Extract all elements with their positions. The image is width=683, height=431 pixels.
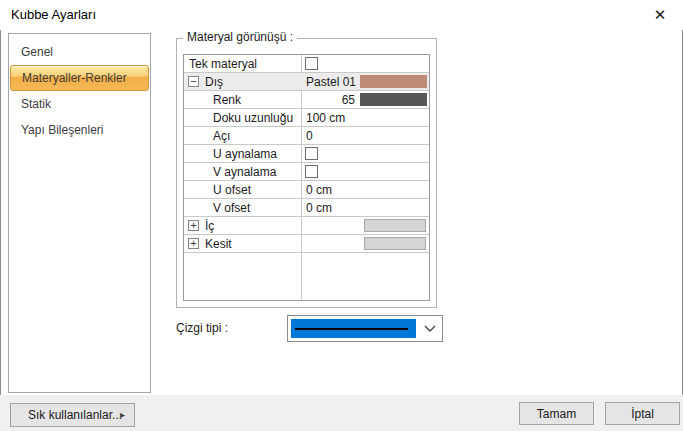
dome-settings-dialog: { "window": { "title": "Kubbe Ayarları" … — [0, 0, 683, 431]
sidebar-item-genel[interactable]: Genel — [9, 39, 150, 65]
row-label: İç — [205, 219, 214, 233]
material-name: Pastel 01 — [306, 75, 356, 89]
row-label: Açı — [213, 129, 230, 143]
u-aynalama-checkbox[interactable] — [305, 147, 318, 160]
row-ic[interactable]: + İç — [184, 217, 429, 235]
line-type-label: Çizgi tipi : — [176, 321, 228, 335]
row-doku-uzunlugu: Doku uzunluğu 100 cm — [184, 109, 429, 127]
row-u-aynalama: U aynalama — [184, 145, 429, 163]
window-title: Kubbe Ayarları — [11, 7, 96, 22]
sidebar-item-label: Yapı Bileşenleri — [21, 123, 104, 137]
row-dis[interactable]: − Dış Pastel 01 — [184, 73, 429, 91]
sidebar-item-yapi-bilesenleri[interactable]: Yapı Bileşenleri — [9, 117, 150, 143]
row-label: U aynalama — [213, 147, 277, 161]
color-swatch[interactable] — [360, 93, 427, 106]
favorites-button[interactable]: Sık kullanılanlar... ▸ — [10, 403, 135, 427]
color-swatch[interactable] — [364, 237, 426, 250]
minus-icon: − — [190, 77, 196, 86]
sidebar-item-label: Genel — [21, 45, 53, 59]
sidebar-item-label: Statik — [21, 97, 51, 111]
plus-icon: + — [190, 221, 196, 230]
row-aci: Açı 0 — [184, 127, 429, 145]
settings-nav-sidebar: Genel Materyaller-Renkler Statik Yapı Bi… — [8, 33, 151, 393]
row-tek-materyal: Tek materyal — [184, 55, 429, 73]
expand-button[interactable]: + — [188, 220, 199, 231]
plus-icon: + — [190, 239, 196, 248]
color-swatch[interactable] — [364, 219, 426, 232]
ok-label: Tamam — [537, 407, 576, 421]
line-type-select[interactable] — [287, 315, 443, 342]
arrow-right-icon: ▸ — [120, 409, 125, 420]
v-aynalama-checkbox[interactable] — [305, 165, 318, 178]
row-renk: Renk 65 — [184, 91, 429, 109]
row-label: Kesit — [205, 237, 232, 251]
ok-button[interactable]: Tamam — [519, 402, 594, 425]
row-label: V aynalama — [213, 165, 276, 179]
material-property-table: Tek materyal − Dış Pastel 01 Renk 65 Dok… — [183, 54, 430, 301]
u-ofset-value[interactable]: 0 cm — [306, 183, 332, 197]
sidebar-item-statik[interactable]: Statik — [9, 91, 150, 117]
cancel-button[interactable]: İptal — [605, 402, 680, 425]
expand-button[interactable]: + — [188, 238, 199, 249]
sidebar-item-label: Materyaller-Renkler — [22, 71, 127, 85]
line-sample — [295, 328, 408, 330]
dialog-footer: Sık kullanılanlar... ▸ Tamam İptal — [0, 395, 683, 431]
collapse-button[interactable]: − — [188, 76, 199, 87]
titlebar: Kubbe Ayarları ✕ — [0, 0, 683, 30]
v-ofset-value[interactable]: 0 cm — [306, 201, 332, 215]
row-kesit[interactable]: + Kesit — [184, 235, 429, 253]
close-icon: ✕ — [654, 6, 667, 24]
row-v-aynalama: V aynalama — [184, 163, 429, 181]
chevron-down-icon[interactable] — [418, 316, 442, 341]
color-swatch[interactable] — [360, 75, 427, 88]
row-label: Dış — [205, 75, 223, 89]
close-button[interactable]: ✕ — [645, 3, 675, 27]
row-v-ofset: V ofset 0 cm — [184, 199, 429, 217]
sidebar-item-materyaller-renkler[interactable]: Materyaller-Renkler — [10, 65, 149, 91]
line-type-selected-sample — [291, 319, 416, 338]
row-u-ofset: U ofset 0 cm — [184, 181, 429, 199]
doku-uzunlugu-value[interactable]: 100 cm — [306, 111, 345, 125]
renk-value[interactable]: 65 — [342, 93, 355, 107]
aci-value[interactable]: 0 — [306, 129, 313, 143]
group-title: Materyal görünüşü : — [183, 30, 297, 44]
tek-materyal-checkbox[interactable] — [305, 57, 318, 70]
row-label: Doku uzunluğu — [213, 111, 293, 125]
favorites-label: Sık kullanılanlar... — [28, 408, 122, 422]
row-label: Renk — [213, 93, 241, 107]
material-appearance-group: Materyal görünüşü : Tek materyal − Dış P… — [176, 38, 437, 308]
row-label: Tek materyal — [189, 57, 257, 71]
row-label: V ofset — [213, 201, 250, 215]
row-label: U ofset — [213, 183, 251, 197]
cancel-label: İptal — [631, 407, 654, 421]
